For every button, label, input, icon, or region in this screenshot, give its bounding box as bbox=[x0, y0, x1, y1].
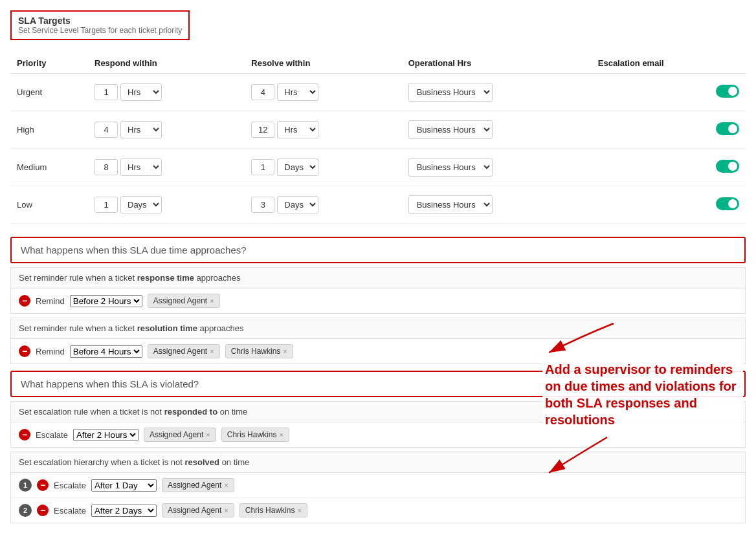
resolution-remind-time[interactable]: Before 4 Hours Before 1 Hour Before 2 Ho… bbox=[70, 345, 142, 358]
sla-targets-title: SLA Targets bbox=[18, 16, 182, 26]
resolution-reminder-row: − Remind Before 4 Hours Before 1 Hour Be… bbox=[11, 339, 745, 364]
violation-section-title: What happens when this SLA is violated? bbox=[21, 378, 199, 389]
sla-targets-header: SLA Targets Set Service Level Targets fo… bbox=[10, 10, 190, 40]
assigned-agent-tag-4: Assigned Agent × bbox=[162, 478, 234, 492]
ops-hours-cell: Business HoursBefore HoursAfter Hours bbox=[402, 186, 592, 224]
response-reminder-row: − Remind Before 2 Hours Before 1 Hour Be… bbox=[11, 288, 745, 313]
escalation-toggle[interactable] bbox=[716, 160, 739, 173]
remove-assigned-agent-1[interactable]: × bbox=[210, 297, 214, 305]
respond-cell: HrsDays bbox=[88, 74, 245, 111]
response-remind-time[interactable]: Before 2 Hours Before 1 Hour Before 4 Ho… bbox=[70, 295, 142, 307]
assigned-agent-tag-2: Assigned Agent × bbox=[148, 344, 220, 358]
escalation-toggle[interactable] bbox=[716, 122, 739, 135]
assigned-agent-tag-1: Assigned Agent × bbox=[148, 294, 220, 308]
resolve-unit-select[interactable]: HrsDays bbox=[277, 83, 318, 101]
sla-targets-subtitle: Set Service Level Targets for each ticke… bbox=[18, 26, 182, 35]
ops-hours-cell: Business HoursBefore HoursAfter Hours bbox=[402, 111, 592, 149]
response-header-bold: response time bbox=[137, 273, 194, 283]
col-escalation: Escalation email bbox=[592, 53, 746, 74]
priority-cell: Low bbox=[10, 186, 88, 224]
respond-cell: HrsDays bbox=[88, 149, 245, 186]
escalation-toggle[interactable] bbox=[716, 85, 739, 98]
respond-unit-select[interactable]: HrsDays bbox=[120, 196, 162, 213]
ops-hours-select[interactable]: Business HoursBefore HoursAfter Hours bbox=[408, 83, 493, 102]
remove-assigned-agent-2[interactable]: × bbox=[210, 347, 214, 355]
escalation-toggle[interactable] bbox=[716, 197, 739, 210]
resolve-cell: HrsDays bbox=[245, 149, 401, 186]
table-row: MediumHrsDaysHrsDaysBusiness HoursBefore… bbox=[10, 149, 746, 186]
priority-cell: Medium bbox=[10, 149, 88, 186]
remove-resolution-reminder[interactable]: − bbox=[19, 345, 30, 357]
chris-hawkins-tag-2: Chris Hawkins × bbox=[221, 428, 289, 442]
assigned-agent-tag-5: Assigned Agent × bbox=[162, 503, 234, 517]
resolve-unit-select[interactable]: HrsDays bbox=[277, 196, 318, 213]
response-escalation-header: Set escalation rule when a ticket is not… bbox=[11, 402, 745, 422]
col-respond: Respond within bbox=[88, 53, 245, 74]
respond-cell: HrsDays bbox=[88, 186, 245, 224]
remove-assigned-agent-5[interactable]: × bbox=[224, 506, 228, 514]
resolution-escalation-header: Set escalation hierarchy when a ticket i… bbox=[11, 452, 745, 473]
resolution-header-suffix: approaches bbox=[197, 323, 244, 333]
response-reminder-rule: Set reminder rule when a ticket response… bbox=[10, 267, 746, 314]
respond-unit-select[interactable]: HrsDays bbox=[120, 121, 162, 138]
escalation-number-1: 1 bbox=[19, 479, 32, 492]
resolution-escalation-rule: Set escalation hierarchy when a ticket i… bbox=[10, 451, 746, 523]
escalation-cell bbox=[592, 74, 746, 111]
chris-hawkins-tag-1: Chris Hawkins × bbox=[225, 344, 293, 358]
response-reminder-header: Set reminder rule when a ticket response… bbox=[11, 268, 745, 288]
resolve-cell: HrsDays bbox=[245, 74, 401, 111]
col-resolve: Resolve within bbox=[245, 53, 401, 74]
escalate-label-1: Escalate bbox=[36, 430, 68, 440]
respond-value-input[interactable] bbox=[94, 159, 118, 175]
toggle-knob bbox=[728, 124, 737, 133]
ops-hours-cell: Business HoursBefore HoursAfter Hours bbox=[402, 149, 592, 186]
resolve-value-input[interactable] bbox=[251, 122, 274, 138]
table-row: UrgentHrsDaysHrsDaysBusiness HoursBefore… bbox=[10, 74, 746, 111]
col-ops: Operational Hrs bbox=[402, 53, 592, 74]
respond-value-input[interactable] bbox=[94, 197, 118, 213]
resolution-reminder-rule: Set reminder rule when a ticket resoluti… bbox=[10, 318, 746, 364]
remind-label-1: Remind bbox=[36, 296, 65, 306]
respond-unit-select[interactable]: HrsDays bbox=[120, 83, 162, 101]
respond-unit-select[interactable]: HrsDays bbox=[120, 158, 162, 176]
remove-response-reminder[interactable]: − bbox=[19, 295, 30, 307]
response-escalation-row: − Escalate After 2 Hours After 1 Hour Af… bbox=[11, 422, 745, 447]
ops-hours-select[interactable]: Business HoursBefore HoursAfter Hours bbox=[408, 120, 493, 139]
resolve-cell: HrsDays bbox=[245, 186, 401, 224]
escalation-number-2: 2 bbox=[19, 504, 32, 517]
respond-cell: HrsDays bbox=[88, 111, 245, 149]
remove-chris-hawkins-3[interactable]: × bbox=[297, 506, 301, 514]
priority-cell: High bbox=[10, 111, 88, 149]
escalate-label-2: Escalate bbox=[54, 481, 86, 490]
resolution-header-prefix: Set reminder rule when a ticket bbox=[19, 323, 137, 333]
respond-value-input[interactable] bbox=[94, 122, 118, 138]
toggle-knob bbox=[728, 87, 737, 96]
resolve-value-input[interactable] bbox=[251, 84, 274, 100]
ops-hours-select[interactable]: Business HoursBefore HoursAfter Hours bbox=[408, 195, 493, 214]
resolve-unit-select[interactable]: HrsDays bbox=[277, 158, 318, 176]
remove-response-escalation[interactable]: − bbox=[19, 429, 30, 441]
escalation-cell bbox=[592, 111, 746, 149]
response-escalate-time[interactable]: After 2 Hours After 1 Hour After 1 Day bbox=[73, 429, 139, 441]
respond-value-input[interactable] bbox=[94, 84, 118, 100]
remove-chris-hawkins-2[interactable]: × bbox=[279, 431, 283, 439]
reminder-section-title: What happens when this SLA due time appr… bbox=[21, 245, 247, 256]
toggle-knob bbox=[728, 199, 737, 208]
resolution-escalate-time-1[interactable]: After 1 Day After 2 Hours After 2 Days bbox=[91, 479, 157, 492]
resolution-escalation-row-1: 1 − Escalate After 1 Day After 2 Hours A… bbox=[11, 473, 745, 498]
ops-hours-select[interactable]: Business HoursBefore HoursAfter Hours bbox=[408, 158, 493, 177]
response-escalation-rule: Set escalation rule when a ticket is not… bbox=[10, 401, 746, 448]
resolution-escalate-time-2[interactable]: After 2 Days After 1 Day After 2 Hours bbox=[91, 505, 157, 517]
remove-chris-hawkins-1[interactable]: × bbox=[283, 347, 287, 355]
response-header-prefix: Set reminder rule when a ticket bbox=[19, 273, 137, 283]
remove-assigned-agent-4[interactable]: × bbox=[224, 481, 228, 489]
remove-resolution-escalation-2[interactable]: − bbox=[37, 505, 49, 516]
resolution-escalation-row-2: 2 − Escalate After 2 Days After 1 Day Af… bbox=[11, 498, 745, 523]
remove-resolution-escalation-1[interactable]: − bbox=[37, 479, 49, 491]
resolve-value-input[interactable] bbox=[251, 159, 274, 175]
remove-assigned-agent-3[interactable]: × bbox=[206, 431, 210, 439]
resolve-unit-select[interactable]: HrsDays bbox=[277, 121, 318, 138]
resolve-value-input[interactable] bbox=[251, 197, 274, 213]
assigned-agent-tag-3: Assigned Agent × bbox=[144, 428, 216, 442]
toggle-knob bbox=[728, 162, 737, 171]
